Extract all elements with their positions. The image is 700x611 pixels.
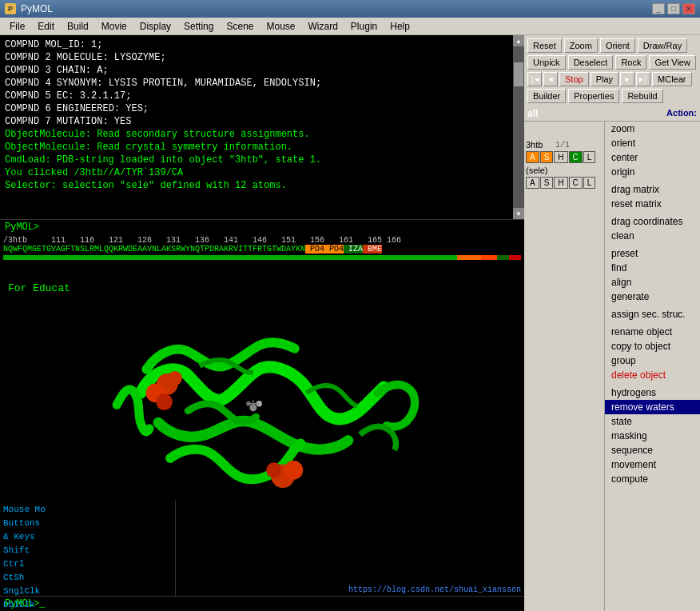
svg-point-4 xyxy=(168,371,182,385)
console-info-2: ObjectMolecule: Read crystal symmetry in… xyxy=(5,141,519,154)
mclear-button[interactable]: MClear xyxy=(652,72,691,86)
toolbar-row-4: Builder Properties Rebuild xyxy=(527,89,697,103)
obj-sele-buttons: A S H C L xyxy=(526,177,603,189)
prev-button[interactable]: ◀ xyxy=(543,72,558,86)
btn-sele-A[interactable]: A xyxy=(526,177,539,189)
action-masking[interactable]: masking xyxy=(605,429,700,443)
console-line-2: COMPND 2 MOLECULE: LYSOZYME; xyxy=(5,51,519,64)
unpick-button[interactable]: Unpick xyxy=(527,55,566,70)
menu-build[interactable]: Build xyxy=(61,19,95,34)
maximize-button[interactable]: □ xyxy=(667,3,680,14)
menu-setting[interactable]: Setting xyxy=(177,19,220,34)
zoom-button[interactable]: Zoom xyxy=(564,38,598,53)
obj-all-row xyxy=(526,123,603,139)
btn-3htb-C[interactable]: C xyxy=(569,151,583,163)
action-sequence[interactable]: sequence xyxy=(605,443,700,457)
menu-display[interactable]: Display xyxy=(133,19,177,34)
next-button[interactable]: ▶ xyxy=(620,72,634,86)
close-button[interactable]: ✕ xyxy=(682,3,695,14)
viewer-bottom: Mouse Mo Buttons & Keys Shift Ctrl CtSh … xyxy=(0,500,524,596)
btn-3htb-L[interactable]: L xyxy=(583,151,596,163)
action-copy-to-object[interactable]: copy to object xyxy=(605,339,700,353)
btn-3htb-S[interactable]: S xyxy=(540,151,554,163)
scroll-thumb[interactable] xyxy=(514,62,523,86)
console-line-5: COMPND 5 EC: 3.2.1.17; xyxy=(5,90,519,102)
viewer-area: /3htb 111 116 121 126 131 136 141 146 15… xyxy=(0,234,524,611)
orient-button[interactable]: Orient xyxy=(600,38,635,53)
drawray-button[interactable]: Draw/Ray xyxy=(638,38,687,53)
action-remove-waters[interactable]: remove waters xyxy=(605,400,700,414)
action-reset-matrix[interactable]: reset matrix xyxy=(605,197,700,211)
action-origin[interactable]: origin xyxy=(605,165,700,179)
menu-plugin[interactable]: Plugin xyxy=(344,19,384,34)
console-scrollbar[interactable]: ▲ ▼ xyxy=(513,35,524,219)
sequence-ruler: /3htb 111 116 121 126 131 136 141 146 15… xyxy=(3,236,521,245)
ffwd-button[interactable]: ▶| xyxy=(636,72,650,86)
action-preset[interactable]: preset xyxy=(605,246,700,261)
menu-movie[interactable]: Movie xyxy=(95,19,133,34)
btn-3htb-H[interactable]: H xyxy=(554,151,567,163)
action-rename-object[interactable]: rename object xyxy=(605,325,700,339)
minimize-button[interactable]: _ xyxy=(652,3,665,14)
action-clean[interactable]: clean xyxy=(605,229,700,243)
menu-wizard[interactable]: Wizard xyxy=(302,19,344,34)
action-orient[interactable]: orient xyxy=(605,136,700,150)
properties-button[interactable]: Properties xyxy=(568,89,619,103)
action-state[interactable]: state xyxy=(605,414,700,429)
menu-mouse[interactable]: Mouse xyxy=(260,19,301,34)
action-group[interactable]: group xyxy=(605,353,700,368)
console-line-3: COMPND 3 CHAIN: A; xyxy=(5,64,519,77)
molecule-viewer[interactable] xyxy=(0,274,524,500)
rebuild-button[interactable]: Rebuild xyxy=(622,89,662,103)
reset-button[interactable]: Reset xyxy=(527,38,562,53)
stop-button[interactable]: Stop xyxy=(559,72,589,86)
menu-file[interactable]: File xyxy=(3,19,31,34)
btn-sele-C[interactable]: C xyxy=(569,177,583,189)
shift-row: Shift xyxy=(3,544,172,557)
action-zoom[interactable]: zoom xyxy=(605,122,700,136)
scroll-up-arrow[interactable]: ▲ xyxy=(513,35,524,46)
toolbar-row-1: Reset Zoom Orient Draw/Ray xyxy=(527,38,697,53)
3d-canvas[interactable]: For Educational Use Only xyxy=(0,274,524,500)
builder-button[interactable]: Builder xyxy=(527,89,566,103)
action-center[interactable]: center xyxy=(605,150,700,165)
action-generate[interactable]: generate xyxy=(605,290,700,304)
sequence-colorbar xyxy=(3,255,521,260)
action-find[interactable]: find xyxy=(605,261,700,275)
rock-button[interactable]: Rock xyxy=(615,55,646,70)
console-label: COMPND xyxy=(5,39,39,50)
rewind-button[interactable]: |◀ xyxy=(527,72,542,86)
action-delete-object[interactable]: delete object xyxy=(605,368,700,382)
action-drag-coordinates[interactable]: drag coordinates xyxy=(605,214,700,229)
menu-scene[interactable]: Scene xyxy=(220,19,260,34)
keys-label: & Keys xyxy=(3,530,172,544)
scroll-track[interactable] xyxy=(513,46,524,219)
menu-edit[interactable]: Edit xyxy=(31,19,61,34)
action-compute[interactable]: compute xyxy=(605,472,700,486)
getview-button[interactable]: Get View xyxy=(649,55,695,70)
scroll-down-arrow[interactable]: ▼ xyxy=(513,208,524,219)
play-button[interactable]: Play xyxy=(591,72,618,86)
deselect-button[interactable]: Deselect xyxy=(568,55,614,70)
btn-sele-H[interactable]: H xyxy=(554,177,567,189)
action-assign-sec-struc[interactable]: assign sec. struc. xyxy=(605,307,700,321)
console-line-7: COMPND 7 MUTATION: YES xyxy=(5,115,519,128)
svg-point-12 xyxy=(266,462,281,477)
seq-po4-2: PO4 xyxy=(324,245,344,254)
objects-actions-container: 3htb 1/1 A S H C L (sele) A S H xyxy=(524,122,700,611)
seq-iza: IZA xyxy=(344,245,363,254)
action-align[interactable]: align xyxy=(605,275,700,290)
object-list: 3htb 1/1 A S H C L (sele) A S H xyxy=(524,122,604,611)
console-info-5: Selector: selection "sele" defined with … xyxy=(5,179,519,192)
menu-help[interactable]: Help xyxy=(384,19,416,34)
btn-sele-S[interactable]: S xyxy=(540,177,554,189)
action-drag-matrix[interactable]: drag matrix xyxy=(605,182,700,197)
toolbar-row-2: Unpick Deselect Rock Get View xyxy=(527,55,697,70)
action-movement[interactable]: movement xyxy=(605,457,700,472)
sequence-strip: /3htb 111 116 121 126 131 136 141 146 15… xyxy=(0,234,524,274)
left-container: COMPND MOL_ID: 1; COMPND 2 MOLECULE: LYS… xyxy=(0,35,524,611)
obj-3htb-name: 3htb xyxy=(526,140,554,150)
btn-sele-L[interactable]: L xyxy=(583,177,596,189)
action-hydrogens[interactable]: hydrogens xyxy=(605,385,700,400)
btn-3htb-A[interactable]: A xyxy=(526,151,539,163)
